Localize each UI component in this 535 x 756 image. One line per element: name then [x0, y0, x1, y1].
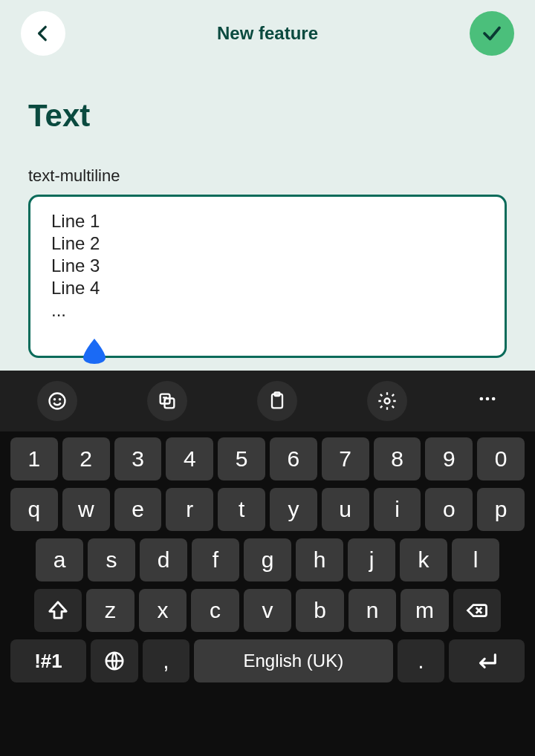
enter-icon — [474, 648, 499, 674]
dots-icon — [477, 388, 498, 409]
key-1[interactable]: 1 — [10, 437, 58, 480]
space-key[interactable]: English (UK) — [194, 639, 392, 682]
comma-key[interactable]: , — [143, 639, 190, 682]
key-2[interactable]: 2 — [62, 437, 110, 480]
soft-keyboard: 1234567890 qwertyuiop asdfghjkl zxcvbnm … — [0, 371, 535, 756]
key-d[interactable]: d — [140, 538, 187, 581]
key-k[interactable]: k — [400, 538, 447, 581]
key-b[interactable]: b — [296, 589, 344, 632]
confirm-button[interactable] — [470, 11, 514, 56]
textarea-wrap — [28, 195, 507, 361]
key-row-numbers: 1234567890 — [10, 437, 525, 480]
key-z[interactable]: z — [86, 589, 134, 632]
svg-point-9 — [486, 397, 490, 400]
check-icon — [481, 22, 503, 45]
period-key[interactable]: . — [398, 639, 445, 682]
emoji-button[interactable] — [37, 381, 77, 421]
key-u[interactable]: u — [322, 488, 369, 531]
key-h[interactable]: h — [296, 538, 343, 581]
key-3[interactable]: 3 — [114, 437, 162, 480]
language-key[interactable] — [91, 639, 138, 682]
key-s[interactable]: s — [88, 538, 135, 581]
key-9[interactable]: 9 — [425, 437, 473, 480]
svg-point-7 — [385, 399, 390, 404]
backspace-key[interactable] — [453, 589, 502, 632]
key-8[interactable]: 8 — [374, 437, 421, 480]
key-5[interactable]: 5 — [218, 437, 265, 480]
shift-icon — [47, 599, 69, 622]
key-g[interactable]: g — [244, 538, 291, 581]
key-p[interactable]: p — [477, 488, 525, 531]
content: Text text-multiline — [0, 59, 535, 361]
key-w[interactable]: w — [62, 488, 110, 531]
text-multiline-input[interactable] — [28, 195, 507, 358]
enter-key[interactable] — [449, 639, 525, 682]
svg-point-10 — [492, 397, 496, 400]
svg-point-8 — [480, 397, 484, 400]
key-0[interactable]: 0 — [477, 437, 525, 480]
svg-point-1 — [54, 399, 55, 400]
back-button[interactable] — [21, 11, 65, 56]
key-c[interactable]: c — [191, 589, 239, 632]
clipboard-icon — [267, 391, 288, 411]
key-f[interactable]: f — [192, 538, 239, 581]
field-label: text-multiline — [28, 166, 507, 186]
key-row-qwerty: qwertyuiop — [10, 488, 525, 531]
key-n[interactable]: n — [348, 589, 397, 632]
key-t[interactable]: t — [218, 488, 265, 531]
backspace-icon — [466, 599, 488, 622]
svg-point-0 — [50, 394, 65, 409]
key-row-asdf: asdfghjkl — [10, 538, 525, 581]
key-e[interactable]: e — [114, 488, 162, 531]
key-l[interactable]: l — [452, 538, 499, 581]
key-v[interactable]: v — [244, 589, 292, 632]
settings-button[interactable] — [367, 381, 407, 421]
smiley-icon — [47, 391, 68, 411]
clipboard-button[interactable] — [257, 381, 297, 421]
translate-button[interactable] — [147, 381, 187, 421]
key-i[interactable]: i — [374, 488, 421, 531]
key-m[interactable]: m — [401, 589, 449, 632]
key-j[interactable]: j — [348, 538, 395, 581]
key-o[interactable]: o — [425, 488, 473, 531]
svg-point-2 — [59, 399, 60, 400]
keyboard-rows: 1234567890 qwertyuiop asdfghjkl zxcvbnm … — [0, 431, 535, 691]
key-row-zxcv: zxcvbnm — [10, 589, 525, 632]
page-title: Text — [28, 98, 507, 134]
header-title: New feature — [217, 23, 318, 44]
key-6[interactable]: 6 — [270, 437, 317, 480]
key-y[interactable]: y — [270, 488, 317, 531]
keyboard-toolbar — [0, 371, 535, 431]
key-7[interactable]: 7 — [322, 437, 369, 480]
header: New feature — [0, 0, 535, 59]
key-q[interactable]: q — [10, 488, 58, 531]
key-row-bottom: !#1 , English (UK) . — [10, 639, 525, 682]
key-a[interactable]: a — [36, 538, 83, 581]
key-4[interactable]: 4 — [166, 437, 213, 480]
key-x[interactable]: x — [139, 589, 187, 632]
shift-key[interactable] — [34, 589, 82, 632]
more-button[interactable] — [477, 388, 498, 414]
chevron-left-icon — [33, 24, 53, 43]
translate-icon — [157, 391, 178, 411]
globe-icon — [103, 650, 126, 672]
gear-icon — [377, 391, 398, 411]
symbols-key[interactable]: !#1 — [10, 639, 86, 682]
key-r[interactable]: r — [166, 488, 213, 531]
